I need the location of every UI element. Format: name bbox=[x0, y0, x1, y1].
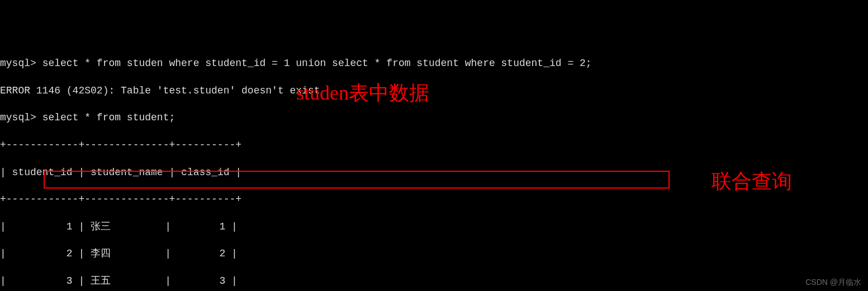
table-row: | 2 | 李四 | 2 | bbox=[0, 247, 868, 260]
watermark: CSDN @月临水 bbox=[805, 277, 861, 288]
table-row: | 3 | 王五 | 3 | bbox=[0, 274, 868, 288]
annotation-label: studen表中数据 bbox=[296, 79, 429, 107]
sql-query: select * from student; bbox=[42, 112, 176, 123]
terminal-line[interactable]: mysql> select * from studen where studen… bbox=[0, 57, 868, 70]
mysql-prompt: mysql> bbox=[0, 58, 36, 69]
sql-query: select * from studen where student_id = … bbox=[42, 58, 592, 69]
mysql-prompt: mysql> bbox=[0, 112, 36, 123]
table-row: | 1 | 张三 | 1 | bbox=[0, 220, 868, 233]
terminal-line[interactable]: mysql> select * from student; bbox=[0, 111, 868, 124]
table-border: +------------+--------------+----------+ bbox=[0, 138, 868, 152]
error-line: ERROR 1146 (42S02): Table 'test.studen' … bbox=[0, 84, 868, 97]
annotation-label: 联合查询 bbox=[712, 168, 792, 195]
